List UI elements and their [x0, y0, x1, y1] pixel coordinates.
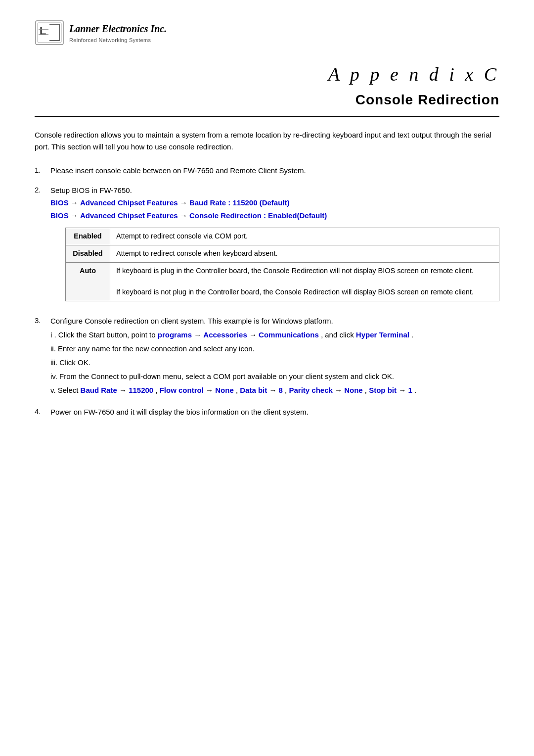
main-steps-list: 1. Please insert console cable between o… — [35, 165, 499, 418]
title-divider — [35, 116, 499, 117]
logo-text: Lanner Electronics Inc. Reinforced Netwo… — [69, 21, 167, 45]
bios-arrow-1b: → — [180, 198, 189, 207]
intro-paragraph: Console redirection allows you to mainta… — [35, 129, 499, 153]
sub-iv-label: iv. — [50, 372, 59, 380]
sub-i-accessories: Accessories — [203, 331, 247, 339]
sub-i-hyper-terminal: Hyper Terminal — [356, 331, 409, 339]
bios-acf-1: Advanced Chipset Features — [80, 198, 178, 207]
sub-v-stop-bit: Stop bit — [369, 386, 397, 394]
sub-v-baud-rate: Baud Rate — [81, 386, 117, 394]
step-3: 3. Configure Console redirection on clie… — [35, 315, 499, 398]
bios-arrow-2b: → — [180, 211, 189, 220]
table-desc-auto: If keyboard is plug in the Controller bo… — [110, 262, 499, 301]
svg-text:L: L — [40, 25, 46, 37]
sub-v-arrow2: → — [206, 386, 213, 394]
sub-v-none1: None — [215, 386, 234, 394]
sub-i-arrow1: → — [194, 331, 203, 339]
bios-keyword-1: BIOS — [50, 198, 69, 207]
table-label-disabled: Disabled — [66, 245, 110, 262]
step-1-num: 1. — [35, 165, 46, 177]
sub-v-data-bit: Data bit — [240, 386, 267, 394]
sub-v-8: 8 — [279, 386, 283, 394]
page-title: Console Redirection — [35, 90, 499, 110]
sub-i-text-prefix: Click the Start button, point to — [58, 331, 158, 339]
step-3-content: Configure Console redirection on client … — [50, 315, 499, 398]
bios-line-1: BIOS → Advanced Chipset Features → Baud … — [50, 196, 499, 209]
table-desc-disabled: Attempt to redirect console when keyboar… — [110, 245, 499, 262]
sub-i-label: i . — [50, 331, 58, 339]
sub-v-none2: None — [344, 386, 363, 394]
sub-v-arrow3: → — [269, 386, 276, 394]
sub-v-comma1: , — [155, 386, 159, 394]
step-2-plain: Setup BIOS in FW-7650. — [50, 186, 132, 194]
bios-console-redirect: Console Redirection : Enabled(Default) — [189, 211, 327, 220]
sub-v-parity-check: Parity check — [289, 386, 332, 394]
sub-iii-label: iii. — [50, 358, 59, 367]
sub-v-1: 1 — [408, 386, 412, 394]
sub-i-period: . — [411, 331, 413, 339]
sub-ii-label: ii. — [50, 344, 58, 353]
bios-acf-2: Advanced Chipset Features — [80, 211, 178, 220]
sub-i-arrow2: → — [249, 331, 259, 339]
step-4-text: Power on FW-7650 and it will display the… — [50, 408, 309, 416]
sub-step-i: i . Click the Start button, point to pro… — [50, 329, 499, 341]
sub-v-label: v. — [50, 386, 58, 394]
sub-v-comma2: , — [236, 386, 240, 394]
table-row-enabled: Enabled Attempt to redirect console via … — [66, 228, 499, 245]
sub-iv-text: From the Connect to pull-down menu, sele… — [59, 372, 394, 380]
bios-baudrate: Baud Rate : 115200 (Default) — [189, 198, 290, 207]
sub-steps-list: i . Click the Start button, point to pro… — [50, 329, 499, 396]
bios-arrow-1a: → — [71, 198, 80, 207]
sub-step-ii: ii. Enter any name for the new connectio… — [50, 343, 499, 355]
sub-i-programs: programs — [158, 331, 192, 339]
step-2-content: Setup BIOS in FW-7650. BIOS → Advanced C… — [50, 185, 499, 307]
step-4-content: Power on FW-7650 and it will display the… — [50, 406, 499, 418]
table-row-disabled: Disabled Attempt to redirect console whe… — [66, 245, 499, 262]
step-4-num: 4. — [35, 406, 46, 418]
sub-v-arrow1: → — [119, 386, 129, 394]
redirect-table: Enabled Attempt to redirect console via … — [65, 228, 499, 301]
bios-keyword-2: BIOS — [50, 211, 69, 220]
page-header: L Lanner Electronics Inc. Reinforced Net… — [35, 20, 499, 46]
bios-line-2: BIOS → Advanced Chipset Features → Conso… — [50, 209, 499, 222]
table-desc-enabled: Attempt to redirect console via COM port… — [110, 228, 499, 245]
sub-v-select: Select — [58, 386, 81, 394]
sub-v-arrow5: → — [399, 386, 408, 394]
sub-iii-text: Click OK. — [59, 358, 90, 367]
sub-step-iii: iii. Click OK. — [50, 357, 499, 369]
sub-step-v: v. Select Baud Rate → 115200 , Flow cont… — [50, 384, 499, 396]
sub-v-115200: 115200 — [129, 386, 153, 394]
company-name: Lanner Electronics Inc. — [69, 21, 167, 36]
sub-step-iv: iv. From the Connect to pull-down menu, … — [50, 371, 499, 382]
step-3-num: 3. — [35, 315, 46, 398]
logo-icon: L — [35, 20, 64, 46]
logo-box: L Lanner Electronics Inc. Reinforced Net… — [35, 20, 167, 46]
table-label-auto: Auto — [66, 262, 110, 301]
company-tagline: Reinforced Networking Systems — [69, 36, 167, 45]
step-4: 4. Power on FW-7650 and it will display … — [35, 406, 499, 418]
title-block: A p p e n d i x C Console Redirection — [35, 60, 499, 110]
sub-v-comma4: , — [365, 386, 369, 394]
sub-ii-text: Enter any name for the new connection an… — [58, 344, 255, 353]
sub-i-communications: Communications — [259, 331, 319, 339]
step-1-content: Please insert console cable between on F… — [50, 165, 499, 177]
step-2: 2. Setup BIOS in FW-7650. BIOS → Advance… — [35, 185, 499, 307]
table-row-auto: Auto If keyboard is plug in the Controll… — [66, 262, 499, 301]
step-1-text: Please insert console cable between on F… — [50, 166, 306, 175]
step-2-num: 2. — [35, 185, 46, 307]
table-label-enabled: Enabled — [66, 228, 110, 245]
step-3-plain: Configure Console redirection on client … — [50, 317, 333, 325]
sub-v-end: . — [414, 386, 416, 394]
sub-v-flow-control: Flow control — [160, 386, 204, 394]
bios-arrow-2a: → — [71, 211, 80, 220]
sub-i-and: , and click — [321, 331, 356, 339]
appendix-label: A p p e n d i x C — [35, 60, 499, 89]
sub-v-arrow4: → — [335, 386, 344, 394]
step-1: 1. Please insert console cable between o… — [35, 165, 499, 177]
